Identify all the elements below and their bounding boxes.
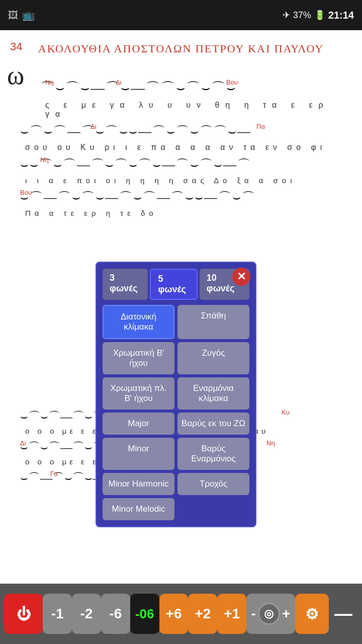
scale-enarmonia[interactable]: Εναρμόνια κλίμακα bbox=[177, 377, 249, 410]
note-label-ku: Κυ bbox=[282, 409, 290, 416]
minus1-button[interactable]: -1 bbox=[43, 594, 72, 634]
music-row-4: Βου ⌣⌒—⌒⌣⌒⌣—⌒⌣⌒—⌒⌣⌣—⌒⌣⌒ Πα α τε ερ η τε … bbox=[10, 189, 352, 217]
power-icon: ⏻ bbox=[17, 606, 31, 622]
note-label-nh: Νη bbox=[45, 78, 54, 86]
note-label-vou2: Βου bbox=[20, 189, 32, 196]
scale-major[interactable]: Major bbox=[103, 413, 174, 435]
power-button[interactable]: ⏻ bbox=[4, 594, 43, 634]
page-title: ΑΚΟΛΟΥΘΙΑ ΑΠΟΣΤΟΛΩΝ ΠΕΤΡΟΥ ΚΑΙ ΠΑΥΛΟΥ bbox=[10, 38, 352, 55]
note-label-di: Δι bbox=[116, 78, 122, 86]
minus2-button[interactable]: -2 bbox=[72, 594, 101, 634]
scale-chromatic-b[interactable]: Χρωματική Β' ήχου bbox=[103, 342, 174, 374]
photo-icon: 🖼 bbox=[8, 10, 18, 21]
lyrics-row-3: ι ι α ε ποι οι η η η η σας Δο ξα α σοι bbox=[20, 176, 352, 185]
plus2-button[interactable]: +2 bbox=[188, 594, 217, 634]
plus1-button[interactable]: +1 bbox=[217, 594, 246, 634]
music-row-1: Νη Δι Βου ⌒⌣⌒⌣—⌒⌣—⌒⌒⌣⌒⌣⌒⌣ ς ε με γα λυ υ… bbox=[10, 78, 352, 119]
status-bar-right: ✈ 37% 🔋 21:14 bbox=[283, 10, 354, 21]
modal-tabs: 3 φωνές 5 φωνές 10 φωνές ✕ bbox=[103, 269, 249, 300]
status-bar-left: 🖼 📺 bbox=[8, 9, 35, 21]
notation-row-3: ⌣⌣⌒⌣⌒—⌒⌣⌒⌣⌒⌣—⌒⌣⌒⌣—⌒ bbox=[20, 156, 352, 176]
scale-modal: 3 φωνές 5 φωνές 10 φωνές ✕ Διατονική κλί… bbox=[96, 262, 256, 527]
lyrics-row-2: σου ου Κυ ρι ι ε πα α α α αν τα εν σο φι bbox=[20, 143, 352, 152]
notation-row-4: ⌣⌒—⌒⌣⌒⌣—⌒⌣⌒—⌒⌣⌣—⌒⌣⌒ bbox=[20, 189, 352, 209]
note-label-di2: Δι bbox=[90, 123, 97, 130]
sheet-page: 34 ΑΚΟΛΟΥΘΙΑ ΑΠΟΣΤΟΛΩΝ ΠΕΤΡΟΥ ΚΑΙ ΠΑΥΛΟΥ… bbox=[0, 30, 362, 584]
dash-button[interactable]: — bbox=[329, 594, 358, 634]
page-number: 34 bbox=[10, 40, 22, 53]
scale-troxos[interactable]: Τροχός bbox=[177, 473, 249, 495]
clock: 21:14 bbox=[328, 10, 354, 21]
scale-chromatic-pb[interactable]: Χρωματική πλ. Β' ήχου bbox=[103, 377, 174, 410]
battery-percent: 37% bbox=[293, 10, 311, 21]
scale-zygos[interactable]: Ζυγός bbox=[177, 342, 249, 374]
minus6-button[interactable]: -6 bbox=[101, 594, 130, 634]
status-bar: 🖼 📺 ✈ 37% 🔋 21:14 bbox=[0, 0, 362, 30]
dial-icon: ◎ bbox=[264, 607, 274, 620]
note-label-pa: Πα bbox=[256, 123, 265, 130]
gear-icon: ⚙ bbox=[305, 605, 319, 623]
scale-varys-zo[interactable]: Βαρύς εκ του ΖΩ bbox=[177, 413, 249, 435]
airplane-icon: ✈ bbox=[283, 10, 290, 21]
scale-minor[interactable]: Minor bbox=[103, 438, 174, 470]
plus6-button[interactable]: +6 bbox=[159, 594, 189, 634]
dial-plus-label: + bbox=[282, 606, 290, 622]
scale-diatonic[interactable]: Διατονική κλίμακα bbox=[103, 305, 174, 339]
note-label-vou: Βου bbox=[226, 78, 238, 86]
gear-button[interactable]: ⚙ bbox=[295, 594, 329, 634]
note-label-di3: Δι bbox=[20, 439, 26, 447]
scale-spathi[interactable]: Σπάθη bbox=[177, 305, 249, 339]
notation-row-1: ⌒⌣⌒⌣—⌒⌣—⌒⌒⌣⌒⌣⌒⌣ bbox=[40, 78, 352, 99]
music-row-2: Δι Πα ⌣⌒⌣⌒—⌒⌣⌒⌣⌣—⌒⌣⌒⌣⌒⌒⌣— σου ου Κυ ρι ι… bbox=[10, 123, 352, 152]
active-value-display: -06 bbox=[130, 594, 159, 634]
scale-minor-melodic[interactable]: Minor Melodic bbox=[103, 498, 174, 520]
dial-control[interactable]: - ◎ + bbox=[246, 594, 295, 634]
dial-minus-label: - bbox=[251, 606, 256, 622]
scale-varys-en[interactable]: Βαρύς Εναρμόνιος bbox=[177, 438, 249, 470]
tab-5voices[interactable]: 5 φωνές bbox=[150, 269, 197, 300]
bottom-toolbar: ⏻ -1 -2 -6 -06 +6 +2 +1 - ◎ + ⚙ — bbox=[0, 584, 362, 644]
note-label-ga3: Γα bbox=[50, 470, 58, 477]
tab-3voices[interactable]: 3 φωνές bbox=[103, 269, 148, 300]
screen-icon: 📺 bbox=[22, 9, 35, 21]
notation-row-2: ⌣⌒⌣⌒—⌒⌣⌒⌣⌣—⌒⌣⌒⌣⌒⌒⌣— bbox=[20, 123, 352, 143]
note-label-nh2: Νη bbox=[40, 156, 49, 164]
lyrics-row-4: Πα α τε ερ η τε δο bbox=[20, 209, 352, 217]
scale-buttons-grid: Διατονική κλίμακα Σπάθη Χρωματική Β' ήχο… bbox=[103, 305, 249, 520]
music-row-3: Νη ⌣⌣⌒⌣⌒—⌒⌣⌒⌣⌒⌣—⌒⌣⌒⌣—⌒ ι ι α ε ποι οι η … bbox=[10, 156, 352, 185]
battery-icon: 🔋 bbox=[314, 10, 325, 21]
sheet-music-area: 34 ΑΚΟΛΟΥΘΙΑ ΑΠΟΣΤΟΛΩΝ ΠΕΤΡΟΥ ΚΑΙ ΠΑΥΛΟΥ… bbox=[0, 30, 362, 584]
note-label-nh4: Νη bbox=[266, 439, 275, 447]
close-button[interactable]: ✕ bbox=[232, 268, 250, 286]
lyrics-row-1: ς ε με γα λυ υ υν θη η τα ε ερ γα bbox=[40, 101, 352, 119]
scale-minor-harmonic[interactable]: Minor Harmonic bbox=[103, 473, 174, 495]
